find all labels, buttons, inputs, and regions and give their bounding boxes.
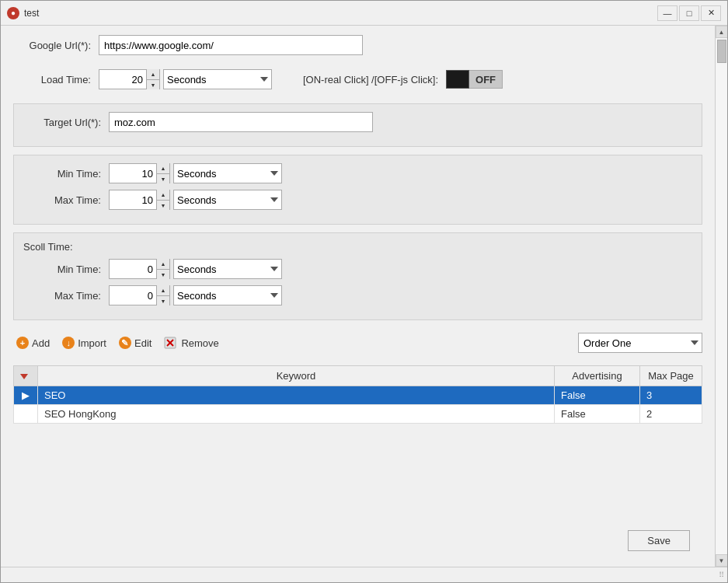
import-button[interactable]: ↓ Import <box>59 335 110 351</box>
min-time-spinner-buttons: ▲ ▼ <box>156 163 169 183</box>
load-time-down-btn[interactable]: ▼ <box>147 79 159 89</box>
on-off-label: [ON-real Click] /[OFF-js Click]: <box>303 74 438 86</box>
load-time-up-btn[interactable]: ▲ <box>147 69 159 79</box>
scroll-min-time-spinner-buttons: ▲ ▼ <box>156 259 169 279</box>
scroll-min-time-input[interactable] <box>110 260 156 278</box>
window-title: test <box>24 8 657 19</box>
scroll-min-time-unit-select[interactable]: Seconds Minutes Hours <box>173 259 282 279</box>
max-page-cell: 3 <box>640 386 702 405</box>
target-url-label: Target Url(*): <box>23 117 109 128</box>
keyword-cell: SEO HongKong <box>38 405 555 424</box>
scroll-section-title: Scoll Time: <box>23 241 692 253</box>
google-url-row: Google Url(*): <box>13 35 702 55</box>
scroll-track <box>716 38 727 554</box>
max-page-col-header[interactable]: Max Page <box>640 366 702 386</box>
scroll-max-time-up-btn[interactable]: ▲ <box>157 285 169 295</box>
max-time-controls: ▲ ▼ Seconds Minutes Hours <box>109 190 282 210</box>
import-icon: ↓ <box>62 337 75 349</box>
load-time-spinner: ▲ ▼ <box>99 69 160 89</box>
scroll-max-time-row: Max Time: ▲ ▼ Seconds Minutes H <box>23 285 692 305</box>
load-time-controls: ▲ ▼ Seconds Minutes Hours <box>99 69 272 89</box>
table-row[interactable]: SEO HongKong False 2 <box>14 405 702 424</box>
toggle-off-text: OFF <box>469 70 503 89</box>
sort-icon <box>20 374 28 379</box>
scroll-max-time-label: Max Time: <box>23 290 109 302</box>
min-time-row: Min Time: ▲ ▼ Seconds Minutes H <box>23 163 692 183</box>
scroll-max-time-spinner: ▲ ▼ <box>109 285 170 305</box>
load-time-row: Load Time: ▲ ▼ Seconds Minutes Hours <box>13 69 702 89</box>
min-time-unit-select[interactable]: Seconds Minutes Hours <box>173 163 282 183</box>
min-time-spinner: ▲ ▼ <box>109 163 170 183</box>
main-window: ● test — □ ✕ Google Url(*): Load Time: <box>0 0 728 583</box>
sort-col-header[interactable] <box>14 366 38 386</box>
order-select[interactable]: Order One Order Two Random <box>578 333 702 353</box>
main-content: Google Url(*): Load Time: ▲ ▼ Seconds <box>1 26 727 567</box>
scroll-down-arrow[interactable]: ▼ <box>716 554 728 567</box>
google-url-label: Google Url(*): <box>13 40 99 51</box>
scroll-min-time-spinner: ▲ ▼ <box>109 259 170 279</box>
on-off-section: [ON-real Click] /[OFF-js Click]: OFF <box>303 69 503 89</box>
scroll-min-time-down-btn[interactable]: ▼ <box>157 269 169 279</box>
min-time-up-btn[interactable]: ▲ <box>157 163 169 173</box>
add-button[interactable]: + Add <box>13 335 53 351</box>
advertising-cell: False <box>555 405 640 424</box>
add-label: Add <box>32 337 50 349</box>
scroll-min-time-up-btn[interactable]: ▲ <box>157 259 169 269</box>
add-icon: + <box>16 337 29 349</box>
resize-grip[interactable]: ⠿ <box>719 571 724 579</box>
max-page-cell: 2 <box>640 405 702 424</box>
edit-label: Edit <box>134 337 152 349</box>
remove-label: Remove <box>181 337 218 349</box>
title-bar: ● test — □ ✕ <box>1 1 727 26</box>
scroll-thumb[interactable] <box>717 40 726 63</box>
max-time-label: Max Time: <box>23 194 109 206</box>
advertising-cell: False <box>555 386 640 405</box>
load-time-input[interactable] <box>99 70 146 89</box>
scroll-min-time-label: Min Time: <box>23 264 109 275</box>
scroll-max-time-input[interactable] <box>110 286 156 305</box>
keywords-table: Keyword Advertising Max Page ▶ SEO False… <box>13 365 702 424</box>
scroll-max-time-spinner-buttons: ▲ ▼ <box>156 285 169 305</box>
max-time-spinner: ▲ ▼ <box>109 190 170 210</box>
max-time-input[interactable] <box>110 190 156 209</box>
minimize-button[interactable]: — <box>657 5 677 21</box>
load-time-spinner-buttons: ▲ ▼ <box>146 69 159 89</box>
keyword-col-header[interactable]: Keyword <box>38 366 555 386</box>
maximize-button[interactable]: □ <box>679 5 699 21</box>
remove-button[interactable]: Remove <box>161 335 221 351</box>
close-button[interactable]: ✕ <box>701 5 721 21</box>
scroll-max-time-controls: ▲ ▼ Seconds Minutes Hours <box>109 285 282 305</box>
target-url-input[interactable] <box>109 112 373 132</box>
keyword-cell: SEO <box>38 386 555 405</box>
scroll-min-time-controls: ▲ ▼ Seconds Minutes Hours <box>109 259 282 279</box>
max-time-unit-select[interactable]: Seconds Minutes Hours <box>173 190 282 210</box>
scroll-max-time-unit-select[interactable]: Seconds Minutes Hours <box>173 285 282 305</box>
min-time-label: Min Time: <box>23 168 109 180</box>
google-url-input[interactable] <box>99 35 363 55</box>
save-button[interactable]: Save <box>628 530 690 551</box>
load-time-label: Load Time: <box>13 74 99 86</box>
load-time-unit-select[interactable]: Seconds Minutes Hours <box>163 69 272 89</box>
target-url-row: Target Url(*): <box>23 112 692 132</box>
max-time-up-btn[interactable]: ▲ <box>157 190 169 200</box>
row-arrow: ▶ <box>14 386 38 405</box>
row-arrow <box>14 405 38 424</box>
order-select-wrapper: Order One Order Two Random <box>578 333 702 353</box>
scroll-max-time-down-btn[interactable]: ▼ <box>157 295 169 305</box>
app-icon: ● <box>7 7 19 19</box>
remove-icon <box>164 337 176 349</box>
bottom-bar: ⠿ <box>1 567 727 582</box>
min-time-down-btn[interactable]: ▼ <box>157 173 169 183</box>
scroll-min-time-row: Min Time: ▲ ▼ Seconds Minutes H <box>23 259 692 279</box>
import-label: Import <box>78 337 106 349</box>
edit-button[interactable]: ✎ Edit <box>116 335 155 351</box>
advertising-col-header[interactable]: Advertising <box>555 366 640 386</box>
max-time-down-btn[interactable]: ▼ <box>157 200 169 210</box>
content-area: Google Url(*): Load Time: ▲ ▼ Seconds <box>1 26 715 567</box>
toggle-button[interactable]: OFF <box>446 69 503 89</box>
min-time-input[interactable] <box>110 164 156 183</box>
table-row[interactable]: ▶ SEO False 3 <box>14 386 702 405</box>
time-section: Min Time: ▲ ▼ Seconds Minutes H <box>13 155 702 225</box>
scroll-up-arrow[interactable]: ▲ <box>716 26 728 38</box>
edit-icon: ✎ <box>119 337 131 349</box>
